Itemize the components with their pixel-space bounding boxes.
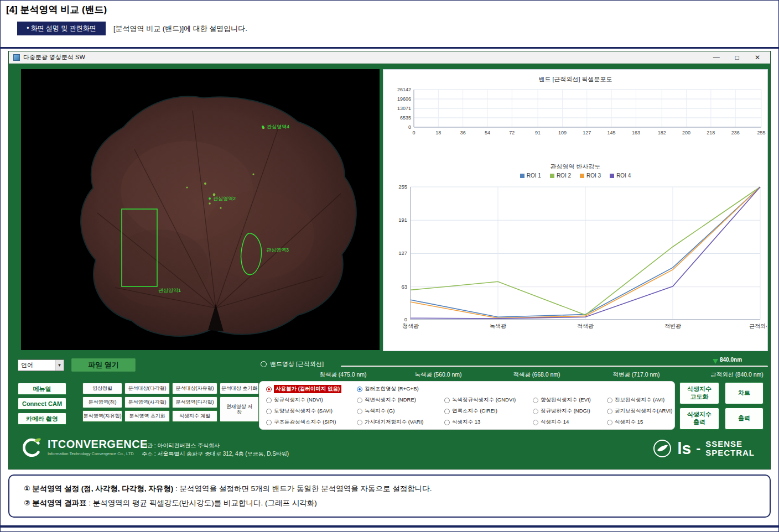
- radio-evi[interactable]: 향상된식생지수 (EVI): [533, 396, 591, 404]
- radio-ndre[interactable]: 적변식생지수 (NDRE): [357, 396, 423, 404]
- radio-g-index[interactable]: 녹색지수 (G): [357, 407, 423, 415]
- legend-item: ROI 4: [610, 173, 631, 179]
- roi-polygon-button[interactable]: 분석영역(다각형): [172, 397, 217, 408]
- band-image-radio[interactable]: 밴드영상 [근적외선]: [261, 360, 324, 368]
- itconvergence-logo-icon: [21, 437, 42, 458]
- chart-button[interactable]: 차트: [725, 382, 764, 404]
- band-label-rededge: 적변광 (717.0 nm): [612, 371, 659, 379]
- camera-capture-button[interactable]: 카메라 촬영: [18, 413, 66, 425]
- organization-info: 기관 : 아이티컨버젼스 주식회사 주소 : 서울특별시 송파구 중대로 312…: [142, 441, 289, 458]
- radio-icon: [444, 420, 450, 425]
- radio-ndvi[interactable]: 정규식생지수 (NDVI): [266, 396, 341, 404]
- print-button[interactable]: 출력: [725, 408, 764, 430]
- vi-print-button[interactable]: 식생지수 출력: [679, 408, 719, 430]
- svg-text:19606: 19606: [397, 96, 411, 102]
- target-reset-button[interactable]: 분석대상 초기화: [220, 383, 259, 394]
- radio-cirei[interactable]: 엽록소지수 (CIREI): [444, 407, 516, 415]
- svg-text:18: 18: [435, 130, 441, 135]
- window-footer: ITCONVERGENCE Information Technology Con…: [9, 432, 770, 469]
- organization-name: 기관 : 아이티컨버젼스 주식회사: [142, 441, 289, 450]
- radio-avi[interactable]: 진보된식생지수 (AVI): [607, 396, 672, 404]
- language-select[interactable]: 언어 ▼: [18, 359, 64, 371]
- save-current-image-button[interactable]: 현재영상 저장: [220, 397, 259, 422]
- roi-point-2[interactable]: [209, 197, 211, 200]
- connect-cam-button[interactable]: Connect CAM: [18, 398, 66, 410]
- radio-icon: [261, 361, 267, 367]
- note-line-1: ① 분석영역 설정 (점, 사각형, 다각형, 자유형) : 분석영역을 설정하…: [24, 484, 432, 494]
- target-polygon-button[interactable]: 분석대상(다각형): [124, 383, 170, 394]
- roi-reset-button[interactable]: 분석영역 초기화: [124, 410, 170, 422]
- svg-text:127: 127: [583, 130, 591, 135]
- histogram-title: 밴드 [근적외선] 픽셀분포도: [383, 75, 767, 84]
- radio-icon: [533, 420, 538, 425]
- radio-icon: [266, 409, 272, 414]
- close-button[interactable]: ✕: [755, 54, 760, 61]
- radio-icon: [357, 420, 362, 425]
- svg-text:6535: 6535: [400, 115, 411, 121]
- svg-text:72: 72: [509, 130, 515, 135]
- radio-savi[interactable]: 토양보정식생지수 (SAVI): [266, 407, 341, 415]
- ssense-spectral-logo: ls - SSENSE SPECTRAL: [652, 439, 755, 458]
- roi-freeform-button[interactable]: 분석영역(자유형): [82, 410, 122, 422]
- band-label-green: 녹색광 (560.0 nm): [414, 371, 461, 379]
- svg-text:54: 54: [485, 130, 490, 135]
- radio-icon: [357, 409, 362, 414]
- legend-item: ROI 1: [520, 173, 541, 179]
- wavelength-slider[interactable]: [341, 366, 768, 367]
- itconvergence-logo-subtext: Information Technology Convergence Co., …: [48, 451, 148, 456]
- svg-text:26142: 26142: [397, 87, 411, 92]
- radio-vi14[interactable]: 식생지수 14: [533, 418, 591, 426]
- band-label-nir: 근적외선 (840.0 nm): [710, 371, 764, 379]
- svg-text:근적외선: 근적외선: [749, 323, 767, 329]
- svg-text:0: 0: [408, 124, 411, 130]
- vi-develop-button[interactable]: 식생지수 계발: [172, 410, 217, 422]
- radio-ndgi[interactable]: 정규빙하지수 (NDGI): [533, 407, 591, 415]
- roi-label-1: 관심영역1: [158, 288, 181, 293]
- radio-sipi[interactable]: 구조둔감성색소지수 (SIPI): [266, 418, 341, 426]
- radio-icon: [533, 398, 538, 403]
- image-viewer[interactable]: 관심영역1 관심영역2 관심영역3 관심영역4: [21, 69, 380, 350]
- svg-text:145: 145: [607, 130, 616, 135]
- roi-label-2: 관심영역2: [213, 196, 236, 201]
- image-align-button[interactable]: 영상정렬: [82, 383, 122, 394]
- minimize-button[interactable]: —: [713, 54, 720, 61]
- svg-text:182: 182: [658, 130, 666, 135]
- svg-text:63: 63: [401, 284, 407, 290]
- svg-text:녹색광: 녹색광: [490, 323, 506, 329]
- radio-icon: [357, 387, 362, 392]
- radio-unavailable[interactable]: 사용불가 (컬러이미지 없음): [266, 385, 341, 393]
- open-file-button[interactable]: 파일 열기: [71, 358, 136, 372]
- roi-label-4: 관심영역4: [267, 124, 289, 129]
- window-titlebar: 다중분광 영상분석 SW — □ ✕: [9, 51, 770, 64]
- radio-rgb-composite[interactable]: 컬러조합영상 (R+G+B): [357, 385, 423, 393]
- maximize-button[interactable]: □: [735, 54, 739, 61]
- slider-thumb-icon[interactable]: [713, 359, 718, 364]
- radio-icon: [607, 420, 612, 425]
- app-window: 다중분광 영상분석 SW — □ ✕: [8, 51, 771, 470]
- radio-icon: [533, 409, 538, 414]
- index-column-5: 진보된식생지수 (AVI) 공기보정식생지수(ARVI) 식생지수 15: [607, 396, 672, 426]
- radio-vi13[interactable]: 식생지수 13: [444, 418, 516, 426]
- index-column-4: 향상된식생지수 (EVI) 정규빙하지수 (NDGI) 식생지수 14: [533, 396, 591, 426]
- leaf-image: 관심영역1 관심영역2 관심영역3 관심영역4: [21, 69, 380, 350]
- top-divider: [1, 47, 778, 49]
- manual-button[interactable]: 메뉴얼: [18, 383, 66, 395]
- roi-point-button[interactable]: 분석영역(점): [82, 397, 122, 408]
- vi-enhance-button[interactable]: 식생지수 고도화: [679, 382, 719, 404]
- note-line-2: ② 분석영역 결과표 : 분석영역의 평균 픽셀강도(반사강도)를 비교합니다.…: [24, 498, 317, 508]
- note-2-text: : 분석영역의 평균 픽셀강도(반사강도)를 비교합니다. (그래프 시각화): [86, 499, 316, 507]
- radio-gndvi[interactable]: 녹색정규식생지수 (GNDVI): [444, 396, 516, 404]
- radio-vari[interactable]: 가시대기저항지수 (VARI): [357, 418, 423, 426]
- radio-icon: [266, 398, 272, 403]
- radio-icon: [266, 387, 272, 392]
- svg-text:255: 255: [757, 130, 765, 135]
- ssense-spectral-logo-icon: [652, 439, 672, 458]
- chart-legend: ROI 1ROI 2ROI 3ROI 4: [383, 173, 767, 179]
- dropdown-arrow-icon[interactable]: ▼: [55, 360, 64, 371]
- radio-vi15[interactable]: 식생지수 15: [607, 418, 672, 426]
- svg-text:청색광: 청색광: [402, 323, 419, 329]
- roi-rect-button[interactable]: 분석영역(사각형): [124, 397, 170, 408]
- roi-point-4[interactable]: [262, 126, 264, 128]
- radio-arvi[interactable]: 공기보정식생지수(ARVI): [607, 407, 672, 415]
- target-freeform-button[interactable]: 분석대상(자유형): [172, 383, 217, 394]
